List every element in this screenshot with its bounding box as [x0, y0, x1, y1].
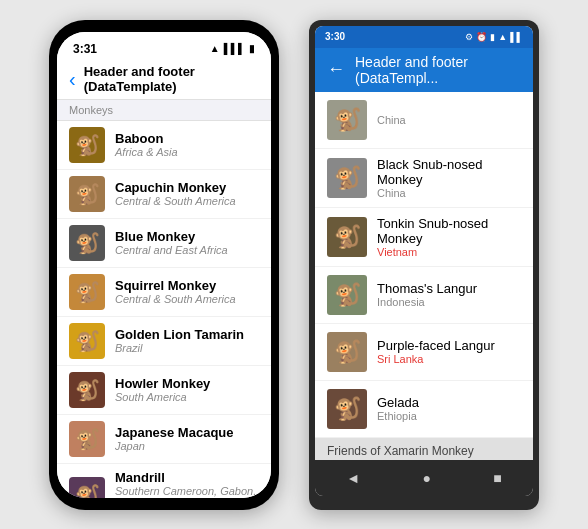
wifi-icon: ▲ [498, 32, 507, 42]
wifi-icon: ▲ [210, 43, 220, 54]
monkey-region: Vietnam [377, 246, 521, 258]
monkey-name: Howler Monkey [115, 376, 210, 391]
list-item[interactable]: Capuchin Monkey Central & South America [57, 170, 271, 219]
ios-header: ‹ Header and footer (DataTemplate) [57, 60, 271, 100]
monkey-thumbnail: 🐒 [327, 100, 367, 140]
ios-header-title: Header and footer (DataTemplate) [84, 64, 259, 94]
signal-icon: ▌▌▌ [224, 43, 245, 54]
monkey-region: Ethiopia [377, 410, 419, 422]
monkey-thumbnail [69, 323, 105, 359]
battery-icon: ▮ [490, 32, 495, 42]
settings-icon: ⚙ [465, 32, 473, 42]
list-item[interactable]: Japanese Macaque Japan [57, 415, 271, 464]
android-monkey-list[interactable]: 🐒 China 🐒 Black Snub-nosed Monkey China … [315, 92, 533, 460]
battery-icon: ▮ [249, 43, 255, 54]
monkey-name: Baboon [115, 131, 178, 146]
list-item[interactable]: Baboon Africa & Asia [57, 121, 271, 170]
monkey-name: Squirrel Monkey [115, 278, 236, 293]
monkey-name: Mandrill [115, 470, 259, 485]
monkey-thumbnail: 🐒 [327, 158, 367, 198]
list-item[interactable]: Mandrill Southern Cameroon, Gabon, Equat… [57, 464, 271, 498]
list-item[interactable]: 🐒 Thomas's Langur Indonesia [315, 267, 533, 324]
monkey-name: Golden Lion Tamarin [115, 327, 244, 342]
monkey-thumbnail: 🐒 [327, 275, 367, 315]
list-item[interactable]: 🐒 China [315, 92, 533, 149]
monkey-region: Africa & Asia [115, 146, 178, 158]
signal-icon: ▌▌ [510, 32, 523, 42]
list-item[interactable]: 🐒 Purple-faced Langur Sri Lanka [315, 324, 533, 381]
ios-phone: 3:31 ▲ ▌▌▌ ▮ ‹ Header and footer (DataTe… [49, 20, 279, 510]
list-item[interactable]: Golden Lion Tamarin Brazil [57, 317, 271, 366]
monkey-name: Purple-faced Langur [377, 338, 495, 353]
monkey-thumbnail [69, 477, 105, 498]
monkey-thumbnail: 🐒 [327, 217, 367, 257]
list-item[interactable]: 🐒 Gelada Ethiopia [315, 381, 533, 438]
monkey-name: Japanese Macaque [115, 425, 234, 440]
monkey-name: Thomas's Langur [377, 281, 477, 296]
monkey-thumbnail [69, 127, 105, 163]
list-item[interactable]: 🐒 Tonkin Snub-nosed Monkey Vietnam [315, 208, 533, 267]
monkey-region: Brazil [115, 342, 244, 354]
monkey-name: Blue Monkey [115, 229, 228, 244]
android-status-bar: 3:30 ⚙ ⏰ ▮ ▲ ▌▌ [315, 26, 533, 48]
monkey-name: Capuchin Monkey [115, 180, 236, 195]
android-nav-bar: ◄ ● ■ [315, 460, 533, 496]
monkey-region: Japan [115, 440, 234, 452]
alarm-icon: ⏰ [476, 32, 487, 42]
monkey-thumbnail [69, 274, 105, 310]
monkey-region: South America [115, 391, 210, 403]
monkey-region: Indonesia [377, 296, 477, 308]
ios-status-icons: ▲ ▌▌▌ ▮ [210, 43, 255, 54]
monkey-region: China [377, 187, 521, 199]
android-status-icons: ⚙ ⏰ ▮ ▲ ▌▌ [465, 32, 523, 42]
monkey-region: Central & South America [115, 293, 236, 305]
monkey-name: Gelada [377, 395, 419, 410]
android-time: 3:30 [325, 31, 345, 42]
ios-status-bar: 3:31 ▲ ▌▌▌ ▮ [57, 32, 271, 60]
monkey-thumbnail [69, 225, 105, 261]
monkey-thumbnail [69, 176, 105, 212]
ios-back-button[interactable]: ‹ [69, 68, 76, 91]
list-item[interactable]: 🐒 Black Snub-nosed Monkey China [315, 149, 533, 208]
monkey-thumbnail [69, 421, 105, 457]
list-item[interactable]: Blue Monkey Central and East Africa [57, 219, 271, 268]
monkey-thumbnail [69, 372, 105, 408]
monkey-region: Central and East Africa [115, 244, 228, 256]
monkey-region: Central & South America [115, 195, 236, 207]
ios-time: 3:31 [73, 42, 97, 56]
android-section-footer: Friends of Xamarin Monkey [315, 438, 533, 460]
monkey-region: Southern Cameroon, Gabon, Equatorial Gui… [115, 485, 259, 498]
monkey-name: Black Snub-nosed Monkey [377, 157, 521, 187]
ios-section-header: Monkeys [57, 100, 271, 121]
monkey-region: China [377, 114, 406, 126]
android-back-button[interactable]: ← [327, 59, 345, 80]
list-item[interactable]: Howler Monkey South America [57, 366, 271, 415]
android-header-title: Header and footer (DataTempl... [355, 54, 521, 86]
ios-monkey-list[interactable]: Baboon Africa & Asia Capuchin Monkey Cen… [57, 121, 271, 498]
android-back-nav[interactable]: ◄ [346, 470, 360, 486]
android-recents-nav[interactable]: ■ [493, 470, 501, 486]
monkey-name: Tonkin Snub-nosed Monkey [377, 216, 521, 246]
list-item[interactable]: Squirrel Monkey Central & South America [57, 268, 271, 317]
android-phone: 3:30 ⚙ ⏰ ▮ ▲ ▌▌ ← Header and footer (Dat… [309, 20, 539, 510]
monkey-thumbnail: 🐒 [327, 332, 367, 372]
monkey-region: Sri Lanka [377, 353, 495, 365]
android-home-nav[interactable]: ● [422, 470, 430, 486]
monkey-thumbnail: 🐒 [327, 389, 367, 429]
android-header: ← Header and footer (DataTempl... [315, 48, 533, 92]
